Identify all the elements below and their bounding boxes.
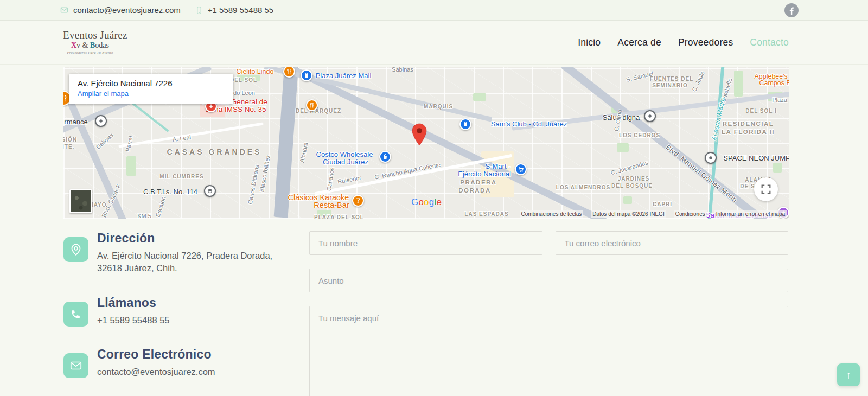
map-poi-dot-icon[interactable] xyxy=(705,152,717,164)
map-label: do Leon xyxy=(233,90,255,96)
mail-icon xyxy=(60,5,69,15)
topbar-phone-text: +1 5589 55488 55 xyxy=(208,5,273,15)
contact-block-text: +1 5589 55488 55 xyxy=(97,314,170,327)
scroll-to-top-button[interactable]: ↑ xyxy=(837,363,860,386)
nav-item-inicio[interactable]: Inicio xyxy=(578,37,601,48)
contact-block-title: Dirección xyxy=(97,231,276,246)
map-attribution-item[interactable]: Combinaciones de teclas xyxy=(520,210,584,218)
map-marker-icon[interactable] xyxy=(412,123,427,148)
contact-block-title: Llámanos xyxy=(97,296,170,310)
map-label: CASAS GRANDES xyxy=(167,148,262,156)
map-label: A. Leal xyxy=(172,134,192,143)
topbar-email-link[interactable]: contacto@eventosjuarez.com xyxy=(60,5,181,15)
logo-tagline: Proveedores Para Tu Evento xyxy=(63,51,117,55)
map-poi-rest-icon[interactable] xyxy=(306,99,318,111)
map-poi-bag-icon[interactable] xyxy=(459,118,471,130)
contact-block-text: Av. Ejército Nacional 7226, Pradera Dora… xyxy=(97,250,276,275)
location-pin-icon xyxy=(63,237,88,262)
map-attribution: Combinaciones de teclasDatos del mapa ©2… xyxy=(520,210,787,218)
phone-icon xyxy=(195,6,203,15)
map-info-title: Av. Ejército Nacional 7226 xyxy=(78,79,225,88)
map-label: NTE. xyxy=(63,144,74,150)
map-label: C. Jacarandas xyxy=(610,159,648,176)
name-input[interactable] xyxy=(309,231,542,255)
map-label: Campos El xyxy=(759,79,789,87)
satellite-view-toggle[interactable] xyxy=(69,189,92,213)
map-label: rmance xyxy=(64,118,87,126)
map-label: DEL MÁRQUEZ xyxy=(296,108,341,114)
map-label: Resta-Bar xyxy=(314,201,349,209)
facebook-icon[interactable] xyxy=(784,3,799,17)
map-label: Escalon xyxy=(155,196,167,218)
google-logo: Google xyxy=(411,197,442,208)
map-label: Delicias xyxy=(95,132,115,151)
map-poi-dot-icon[interactable] xyxy=(644,110,656,122)
map-label: MARQUIS xyxy=(424,104,453,110)
map-label: Plaza Juárez Mall xyxy=(316,72,372,80)
topbar-phone-link[interactable]: +1 5589 55488 55 xyxy=(195,5,273,15)
map-label: Sabinas xyxy=(392,67,413,73)
map-poi-dot-icon[interactable] xyxy=(95,115,107,127)
contact-block-email: Correo Electrónico contacto@eventosjuare… xyxy=(63,347,309,378)
envelope-icon xyxy=(63,353,88,378)
map-label: ISIÓN xyxy=(63,137,77,143)
map-label: LOS CEDROS xyxy=(619,132,660,138)
map-label: LOS ALMENDROS xyxy=(556,184,610,190)
map-label: PRADERA xyxy=(460,179,496,186)
map-label: PLAZA DEL SOL xyxy=(314,214,364,220)
map-label: CAPRI xyxy=(653,201,672,207)
header: Eventos Juárez Xv & Bodas Proveedores Pa… xyxy=(0,21,868,65)
contact-section: Dirección Av. Ejército Nacional 7226, Pr… xyxy=(0,219,868,396)
subject-input[interactable] xyxy=(309,269,788,292)
map-poi-cart-icon[interactable] xyxy=(515,163,527,175)
map-poi-bar-icon[interactable] xyxy=(352,195,364,207)
map-attribution-item[interactable]: Condiciones xyxy=(674,210,707,218)
topbar: contacto@eventosjuarez.com +1 5589 55488… xyxy=(0,0,868,21)
map-poi-school-icon[interactable] xyxy=(204,185,216,197)
map-label: LA FLORIDA II xyxy=(722,129,775,135)
nav-item-proveedores[interactable]: Proveedores xyxy=(678,37,733,48)
nav-item-acerca-de[interactable]: Acerca de xyxy=(617,37,661,48)
phone-handset-icon xyxy=(63,302,88,327)
map-label: Ciudad Juárez xyxy=(323,158,368,166)
map-label: Blvd. Manuel Gómez Morin xyxy=(665,143,739,203)
map-label: SPACE NEON JUMP xyxy=(723,154,789,162)
email-input[interactable] xyxy=(556,231,789,255)
contact-block-phone: Llámanos +1 5589 55488 55 xyxy=(63,296,309,327)
map-enlarge-link[interactable]: Ampliar el mapa xyxy=(78,90,225,98)
map-label: DORADA xyxy=(458,187,490,194)
map-label: Alondra xyxy=(298,142,309,163)
map-label: FUENTES DEL xyxy=(650,76,693,82)
map-poi-bag-icon[interactable] xyxy=(301,69,312,81)
map-label: Costco Wholesale xyxy=(316,150,373,158)
site-logo[interactable]: Eventos Juárez Xv & Bodas Proveedores Pa… xyxy=(63,30,117,54)
map-label: Canarios xyxy=(326,167,335,191)
map-label: C.B.T.i.s. No. 114 xyxy=(143,188,197,196)
logo-subtitle: Xv & Bodas xyxy=(63,42,117,50)
fullscreen-icon[interactable] xyxy=(754,177,778,201)
map-attribution-item[interactable]: Informar un error en el mapa xyxy=(714,210,787,218)
map-label: Carlos Dickens xyxy=(247,164,260,205)
map-label: KM 5 xyxy=(137,213,151,219)
map-label: S-Mart - xyxy=(486,162,511,170)
map-label: JARDINES xyxy=(618,176,650,182)
nav-item-contacto[interactable]: Contacto xyxy=(750,37,789,48)
map-label: LAS ESPADAS xyxy=(464,211,508,217)
map-label: SEMINARIO xyxy=(652,82,688,88)
arrow-up-icon: ↑ xyxy=(846,369,851,381)
map-label: Cielito Lindo xyxy=(237,68,274,75)
map-label: MIL CUMBRES xyxy=(159,174,203,180)
map-poi-bag-icon[interactable] xyxy=(379,151,391,163)
contact-block-text: contacto@eventosjuarez.com xyxy=(97,366,215,378)
map-label: DEL SOL xyxy=(230,77,257,83)
map-info-window: Av. Ejército Nacional 7226 Ampliar el ma… xyxy=(69,74,233,104)
map-attribution-item[interactable]: Datos del mapa ©2026 INEGI xyxy=(591,210,666,218)
message-textarea[interactable] xyxy=(309,306,788,396)
contact-block-address: Dirección Av. Ejército Nacional 7226, Pr… xyxy=(63,231,309,275)
map-label: RESIDENCIAL xyxy=(723,120,774,127)
map-label: Sam's Club - Cd. Juárez xyxy=(491,120,567,128)
google-map-embed[interactable]: Cielito LindoPlaza Juárez MallDEL SOLdo … xyxy=(63,67,789,219)
contact-info-column: Dirección Av. Ejército Nacional 7226, Pr… xyxy=(63,231,309,396)
map-label: DEL SOL I xyxy=(745,108,777,114)
main-nav: InicioAcerca deProveedoresContacto xyxy=(578,37,789,48)
